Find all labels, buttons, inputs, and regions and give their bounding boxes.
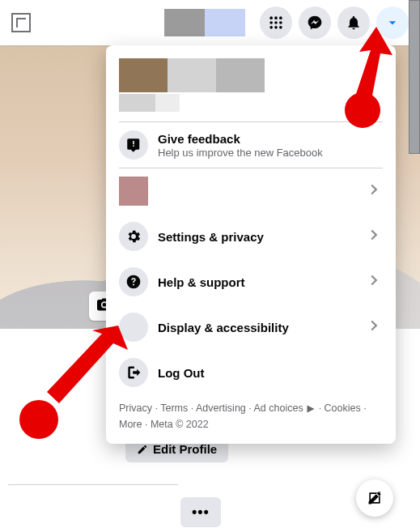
caret-down-icon [384, 15, 401, 31]
account-menu-button[interactable] [376, 6, 409, 39]
grid-icon [268, 15, 284, 31]
logout-item[interactable]: Log Out [106, 350, 396, 395]
svg-point-3 [269, 21, 273, 24]
chevron-right-icon [365, 317, 383, 338]
display-accessibility-item[interactable]: Display & accessibility [106, 304, 396, 350]
help-label: Help & support [158, 275, 355, 289]
svg-point-1 [274, 16, 278, 19]
redacted-profile-chip[interactable] [164, 9, 245, 36]
redacted-square-icon [119, 177, 148, 206]
dropdown-footer: Privacy · Terms · Advertising · Ad choic… [106, 395, 396, 432]
svg-point-6 [269, 26, 273, 29]
dropdown-profile-header[interactable] [106, 52, 396, 121]
svg-point-4 [274, 21, 278, 24]
adchoices-icon [306, 404, 316, 414]
footer-advertising-link[interactable]: Advertising [196, 402, 246, 414]
compose-fab[interactable] [356, 479, 393, 517]
more-button[interactable]: ••• [180, 497, 221, 527]
chevron-right-icon [365, 181, 383, 202]
svg-point-7 [274, 26, 278, 29]
menu-button[interactable] [260, 6, 292, 39]
footer-meta: Meta © 2022 [151, 419, 209, 430]
question-icon [119, 267, 148, 296]
help-support-item[interactable]: Help & support [106, 259, 396, 304]
more-label: ••• [192, 504, 210, 520]
facebook-logo-icon[interactable] [11, 13, 31, 32]
settings-privacy-item[interactable]: Settings & privacy [106, 214, 396, 259]
logout-icon [119, 358, 148, 387]
footer-more-link[interactable]: More [119, 419, 142, 430]
svg-point-2 [279, 16, 282, 19]
redacted-account-item[interactable] [106, 168, 396, 214]
messenger-icon [307, 15, 323, 31]
logout-label: Log Out [158, 366, 383, 380]
settings-label: Settings & privacy [158, 230, 355, 244]
scrollbar-thumb[interactable] [409, 0, 420, 154]
messenger-button[interactable] [299, 6, 331, 39]
gear-icon [119, 222, 148, 251]
profile-divider [8, 484, 178, 485]
footer-terms-link[interactable]: Terms [160, 402, 188, 414]
moon-icon [119, 313, 148, 342]
give-feedback-item[interactable]: Give feedback Help us improve the new Fa… [106, 122, 396, 168]
pencil-icon [137, 444, 148, 455]
bell-icon [346, 15, 362, 31]
compose-icon [367, 490, 383, 506]
feedback-subtitle: Help us improve the new Facebook [158, 147, 383, 159]
footer-privacy-link[interactable]: Privacy [119, 402, 152, 414]
feedback-title: Give feedback [158, 132, 383, 146]
edit-profile-label: Edit Profile [153, 442, 217, 456]
svg-point-5 [279, 21, 282, 24]
svg-point-8 [279, 26, 282, 29]
feedback-icon [119, 130, 148, 160]
notifications-button[interactable] [337, 6, 370, 39]
chevron-right-icon [365, 226, 383, 247]
top-bar [0, 0, 420, 45]
chevron-right-icon [365, 271, 383, 292]
footer-cookies-link[interactable]: Cookies [325, 402, 361, 414]
account-dropdown: Give feedback Help us improve the new Fa… [106, 45, 396, 444]
footer-adchoices-link[interactable]: Ad choices [254, 402, 316, 414]
svg-point-0 [269, 16, 273, 19]
display-label: Display & accessibility [158, 321, 355, 334]
